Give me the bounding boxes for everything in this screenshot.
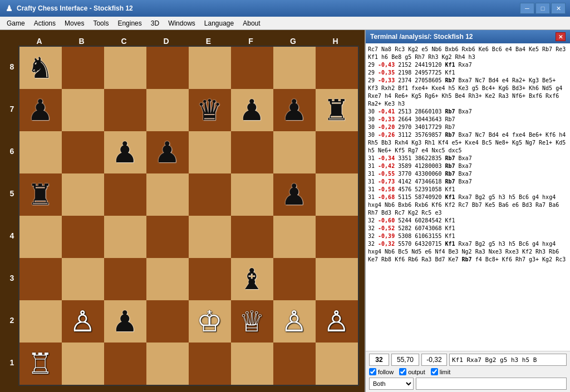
menu-windows[interactable]: Windows (164, 17, 200, 29)
menu-3d[interactable]: 3D (146, 17, 164, 29)
cell-a6[interactable] (19, 131, 62, 173)
follow-checkbox[interactable] (369, 368, 376, 375)
score2-input[interactable] (421, 354, 447, 366)
cell-g8[interactable] (273, 47, 316, 89)
output-checkbox[interactable] (399, 368, 406, 375)
cell-a5[interactable]: ♜ (19, 173, 62, 216)
cell-g1[interactable] (273, 343, 316, 385)
minimize-button[interactable]: ─ (520, 3, 534, 14)
cell-a3[interactable] (19, 258, 62, 300)
close-button[interactable]: ✕ (551, 3, 566, 14)
cell-b5[interactable] (62, 173, 104, 216)
cell-h8[interactable] (316, 47, 358, 89)
cell-c4[interactable] (104, 216, 146, 258)
row-label-7: 7 (6, 88, 18, 130)
cell-f5[interactable] (231, 173, 273, 216)
col-label-a: A (18, 37, 61, 46)
terminal-title-bar: Terminal /analysis/: Stockfish 12 ✕ (366, 30, 570, 43)
cell-a7[interactable]: ♟ (19, 89, 62, 131)
cell-c6[interactable]: ♟ (104, 131, 146, 173)
maximize-button[interactable]: □ (535, 3, 550, 14)
cell-b8[interactable] (62, 47, 104, 89)
cell-b4[interactable] (62, 216, 104, 258)
cell-d2[interactable] (146, 300, 189, 343)
chess-board[interactable]: ♞♟♛♟♟♜♟♟♜♟♝♙♟♔♕♙♙♖ (18, 46, 359, 386)
cell-b2[interactable]: ♙ (62, 300, 104, 343)
menu-bar: Game Actions Moves Tools Engines 3D Wind… (0, 17, 570, 30)
cell-e4[interactable] (189, 216, 231, 258)
cell-h2[interactable]: ♙ (316, 300, 358, 343)
menu-actions[interactable]: Actions (30, 17, 60, 29)
cell-g7[interactable]: ♟ (273, 89, 316, 131)
menu-game[interactable]: Game (2, 17, 30, 29)
terminal-close-button[interactable]: ✕ (556, 32, 566, 41)
menu-tools[interactable]: Tools (89, 17, 113, 29)
cell-c1[interactable] (104, 343, 146, 385)
cell-g6[interactable] (273, 131, 316, 173)
cell-a2[interactable] (19, 300, 62, 343)
cell-f3[interactable]: ♝ (231, 258, 273, 300)
cell-e5[interactable] (189, 173, 231, 216)
cell-g5[interactable]: ♟ (273, 173, 316, 216)
cell-c5[interactable] (104, 173, 146, 216)
cell-b7[interactable] (62, 89, 104, 131)
cell-d4[interactable] (146, 216, 189, 258)
move-display-input[interactable] (449, 354, 567, 366)
cell-e8[interactable] (189, 47, 231, 89)
cell-b1[interactable] (62, 343, 104, 385)
cell-h7[interactable]: ♜ (316, 89, 358, 131)
cell-f4[interactable] (231, 216, 273, 258)
terminal-line: 31 -0,55 3770 43300060 Rb7 Bxa7 (368, 170, 568, 178)
cell-d8[interactable] (146, 47, 189, 89)
col-label-g: G (272, 37, 315, 46)
terminal-line: 29 -0,43 2152 24419120 Kf1 Rxa7 (368, 61, 568, 69)
follow-checkbox-group[interactable]: follow (369, 368, 394, 375)
cell-h6[interactable] (316, 131, 358, 173)
cell-c8[interactable] (104, 47, 146, 89)
board-area: A B C D E F G H 8 7 6 5 4 3 2 1 (0, 30, 365, 392)
cell-f7[interactable]: ♟ (231, 89, 273, 131)
menu-engines[interactable]: Engines (113, 17, 146, 29)
terminal-output[interactable]: Rc7 Na8 Rc3 Kg2 e5 Nb6 Bxb6 Rxb6 Ke6 Bc6… (366, 43, 570, 351)
cell-a8[interactable]: ♞ (19, 47, 62, 89)
cell-d3[interactable] (146, 258, 189, 300)
score1-input[interactable] (391, 354, 419, 366)
cell-c2[interactable]: ♟ (104, 300, 146, 343)
cell-f8[interactable] (231, 47, 273, 89)
cell-d5[interactable] (146, 173, 189, 216)
side-dropdown[interactable]: Both White Black (369, 378, 414, 390)
cell-d1[interactable] (146, 343, 189, 385)
cell-e6[interactable] (189, 131, 231, 173)
cell-a4[interactable] (19, 216, 62, 258)
cell-f2[interactable]: ♕ (231, 300, 273, 343)
cell-h4[interactable] (316, 216, 358, 258)
cell-f6[interactable] (231, 131, 273, 173)
cell-c3[interactable] (104, 258, 146, 300)
cell-e1[interactable] (189, 343, 231, 385)
cell-h1[interactable] (316, 343, 358, 385)
cell-d6[interactable]: ♟ (146, 131, 189, 173)
command-input[interactable] (416, 378, 567, 390)
depth-input[interactable] (369, 354, 389, 366)
cell-e2[interactable]: ♔ (189, 300, 231, 343)
cell-b6[interactable] (62, 131, 104, 173)
cell-f1[interactable] (231, 343, 273, 385)
limit-checkbox[interactable] (431, 368, 438, 375)
cell-c7[interactable] (104, 89, 146, 131)
cell-g4[interactable] (273, 216, 316, 258)
cell-e7[interactable]: ♛ (189, 89, 231, 131)
limit-checkbox-group[interactable]: limit (431, 368, 451, 375)
cell-e3[interactable] (189, 258, 231, 300)
cell-d7[interactable] (146, 89, 189, 131)
menu-moves[interactable]: Moves (60, 17, 89, 29)
menu-about[interactable]: About (238, 17, 264, 29)
cell-h3[interactable] (316, 258, 358, 300)
cell-g3[interactable] (273, 258, 316, 300)
menu-language[interactable]: Language (200, 17, 238, 29)
output-checkbox-group[interactable]: output (399, 368, 425, 375)
col-label-h: H (315, 37, 357, 46)
cell-g2[interactable]: ♙ (273, 300, 316, 343)
cell-b3[interactable] (62, 258, 104, 300)
cell-a1[interactable]: ♖ (19, 343, 62, 385)
cell-h5[interactable] (316, 173, 358, 216)
